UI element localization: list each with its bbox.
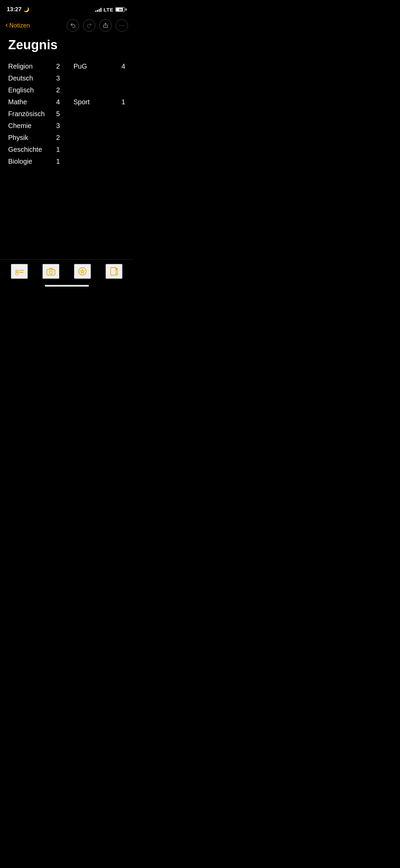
grade-row-franzoesisch: Französisch 5 xyxy=(8,108,60,120)
grade-biologie: 1 xyxy=(53,158,60,165)
subject-franzoesisch: Französisch xyxy=(8,110,45,118)
battery-level: 86 xyxy=(116,8,125,11)
grade-row-mathe: Mathe 4 xyxy=(8,96,60,108)
checklist-icon xyxy=(15,267,24,276)
subject-mathe: Mathe xyxy=(8,98,27,106)
lte-indicator: LTE xyxy=(103,7,113,13)
undo-icon xyxy=(70,22,76,29)
grade-row-empty-1 xyxy=(74,72,126,84)
grade-row-geschichte: Geschichte 1 xyxy=(8,144,60,156)
new-note-button[interactable] xyxy=(106,264,122,279)
status-time: 13:27 🌙 xyxy=(7,6,29,13)
subject-physik: Physik xyxy=(8,134,28,142)
content-area: Zeugnis Religion 2 Deutsch 3 Englisch 2 … xyxy=(0,34,133,265)
subject-religion: Religion xyxy=(8,62,33,70)
share-button[interactable] xyxy=(99,19,112,32)
status-right: LTE 86 xyxy=(95,7,127,13)
back-button[interactable]: ‹ Notizen xyxy=(5,22,30,29)
time-display: 13:27 xyxy=(7,6,21,13)
grade-row-physik: Physik 2 xyxy=(8,132,60,144)
svg-rect-12 xyxy=(111,268,116,275)
subject-pug: PuG xyxy=(74,62,87,70)
svg-point-10 xyxy=(53,270,54,271)
grade-sport: 1 xyxy=(118,98,125,106)
signal-bars xyxy=(95,7,101,12)
grades-table: Religion 2 Deutsch 3 Englisch 2 Mathe 4 … xyxy=(8,60,125,167)
svg-point-4 xyxy=(16,271,17,272)
camera-icon xyxy=(46,267,56,276)
grade-row-deutsch: Deutsch 3 xyxy=(8,72,60,84)
grade-chemie: 3 xyxy=(53,122,60,130)
grades-left-column: Religion 2 Deutsch 3 Englisch 2 Mathe 4 … xyxy=(8,60,60,167)
more-button[interactable] xyxy=(116,19,128,32)
grade-row-pug: PuG 4 xyxy=(74,60,126,72)
share-icon xyxy=(102,22,109,29)
svg-point-9 xyxy=(49,271,52,274)
checklist-button[interactable] xyxy=(11,264,28,279)
grade-physik: 2 xyxy=(53,134,60,142)
grade-row-religion: Religion 2 xyxy=(8,60,60,72)
grade-row-empty-2 xyxy=(74,84,126,96)
new-note-icon xyxy=(109,267,119,276)
home-indicator xyxy=(45,285,89,287)
back-chevron-icon: ‹ xyxy=(5,21,8,29)
signal-bar-1 xyxy=(95,11,96,12)
svg-point-0 xyxy=(120,25,120,26)
grade-mathe: 4 xyxy=(53,98,60,106)
moon-icon: 🌙 xyxy=(23,7,29,12)
subject-sport: Sport xyxy=(74,98,90,106)
status-bar: 13:27 🌙 LTE 86 xyxy=(0,0,133,17)
nav-actions xyxy=(67,19,128,32)
subject-deutsch: Deutsch xyxy=(8,74,33,82)
signal-bar-3 xyxy=(99,9,100,12)
battery-nub xyxy=(126,8,127,11)
grade-deutsch: 3 xyxy=(53,74,60,82)
grade-row-sport: Sport 1 xyxy=(74,96,126,108)
undo-button[interactable] xyxy=(67,19,79,32)
draw-button[interactable] xyxy=(74,264,91,279)
svg-point-1 xyxy=(121,25,122,26)
grade-row-chemie: Chemie 3 xyxy=(8,120,60,132)
grade-pug: 4 xyxy=(118,62,125,70)
grades-right-column: PuG 4 Sport 1 xyxy=(74,60,126,167)
subject-chemie: Chemie xyxy=(8,122,32,130)
svg-point-2 xyxy=(123,25,124,26)
signal-bar-2 xyxy=(97,10,98,12)
grade-franzoesisch: 5 xyxy=(53,110,60,118)
more-icon xyxy=(119,22,125,29)
subject-biologie: Biologie xyxy=(8,158,32,165)
subject-geschichte: Geschichte xyxy=(8,146,42,153)
back-label: Notizen xyxy=(9,22,30,29)
svg-point-11 xyxy=(79,268,86,275)
signal-bar-4 xyxy=(100,8,101,12)
grade-religion: 2 xyxy=(53,62,60,70)
subject-englisch: Englisch xyxy=(8,86,34,94)
grade-row-englisch: Englisch 2 xyxy=(8,84,60,96)
redo-icon xyxy=(86,22,92,29)
draw-icon xyxy=(78,267,87,276)
battery-indicator: 86 xyxy=(115,7,127,12)
grade-row-biologie: Biologie 1 xyxy=(8,156,60,167)
grade-geschichte: 1 xyxy=(53,146,60,153)
nav-bar: ‹ Notizen xyxy=(0,17,133,34)
redo-button[interactable] xyxy=(83,19,95,32)
note-title: Zeugnis xyxy=(8,38,125,52)
grade-englisch: 2 xyxy=(53,86,60,94)
camera-button[interactable] xyxy=(42,264,59,279)
